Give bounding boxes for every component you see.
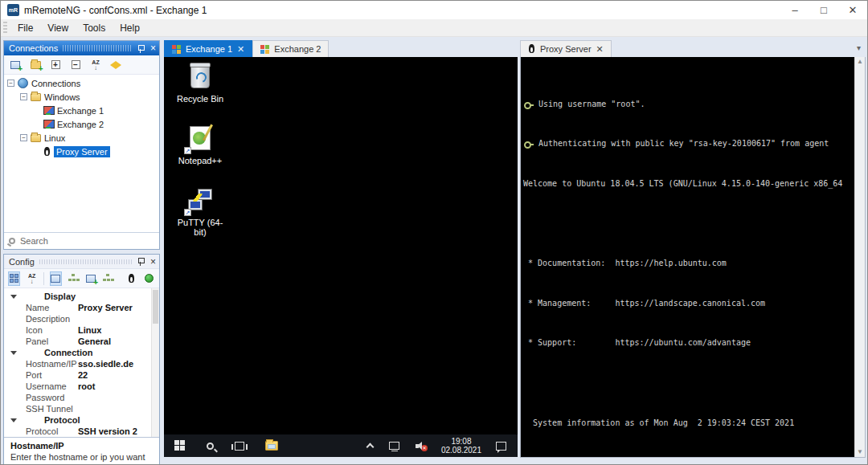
tray-expand-button[interactable] — [359, 434, 381, 457]
tab-exchange-2[interactable]: Exchange 2 — [252, 40, 329, 57]
windows-logo-icon — [260, 45, 269, 54]
tree-item-connections[interactable]: − Connections — [4, 76, 159, 90]
tree-item-linux[interactable]: − Linux — [4, 131, 159, 145]
desktop-icon-label: PuTTY (64-bit) — [172, 218, 228, 237]
penguin-icon — [43, 147, 51, 157]
desktop-icon-putty[interactable]: ↗ PuTTY (64-bit) — [172, 186, 228, 247]
show-properties-icon[interactable] — [50, 271, 62, 286]
clock-date: 02.08.2021 — [441, 446, 481, 455]
property-value[interactable]: sso.siedle.de — [78, 359, 133, 369]
collapse-node-icon[interactable]: − — [20, 134, 27, 141]
property-grid-scrollbar[interactable] — [151, 288, 159, 437]
penguin-icon — [128, 274, 135, 283]
property-value[interactable]: 22 — [78, 370, 88, 380]
property-row[interactable]: Display — [4, 291, 159, 302]
property-row[interactable]: Port 22 — [4, 369, 159, 381]
search-input[interactable] — [20, 236, 156, 246]
scroll-down-icon[interactable]: ▼ — [857, 448, 863, 456]
property-row[interactable]: Username root — [4, 381, 159, 392]
tab-proxy-server[interactable]: Proxy Server ✕ — [520, 40, 612, 57]
tree-item-exchange-2[interactable]: Exchange 2 — [4, 117, 159, 131]
taskbar-search-button[interactable] — [196, 434, 224, 457]
maximize-button[interactable]: □ — [809, 1, 838, 19]
tree-item-proxy-server[interactable]: Proxy Server — [4, 145, 159, 158]
property-label: Protocol — [23, 415, 96, 425]
tab-label: Proxy Server — [540, 44, 592, 54]
pin-icon[interactable] — [137, 257, 145, 266]
close-tab-icon[interactable]: ✕ — [596, 45, 604, 54]
collapse-glyph: − — [72, 60, 80, 69]
close-panel-icon[interactable]: × — [150, 257, 156, 267]
scroll-up-icon[interactable]: ▲ — [857, 58, 863, 66]
property-label: Hostname/IP — [4, 359, 78, 369]
property-row[interactable]: Name Proxy Server — [4, 302, 159, 313]
property-row[interactable]: Hostname/IP sso.siedle.de — [4, 358, 159, 369]
config-panel-header[interactable]: Config × — [4, 255, 159, 269]
sort-alpha-icon[interactable]: AZ — [26, 271, 38, 286]
property-row[interactable]: Protocol — [4, 414, 159, 426]
network-tray-button[interactable] — [381, 434, 407, 457]
terminal-line-text: Using username "root". — [534, 100, 645, 109]
close-tab-icon[interactable]: ✕ — [237, 45, 244, 54]
connections-toolbar: + − AZ — [4, 55, 159, 75]
property-value[interactable]: General — [78, 337, 111, 346]
property-value[interactable]: Proxy Server — [78, 303, 133, 312]
property-value[interactable]: root — [78, 381, 95, 391]
tree-item-exchange-1[interactable]: Exchange 1 — [4, 104, 159, 117]
ssh-terminal[interactable]: Using username "root". Authenticating wi… — [521, 57, 854, 457]
property-row[interactable]: SSH Tunnel — [4, 403, 159, 414]
collapse-node-icon[interactable]: − — [20, 93, 27, 100]
close-panel-icon[interactable]: × — [150, 43, 156, 53]
terminal-scrollbar[interactable]: ▲ ▼ — [854, 57, 865, 457]
start-button[interactable] — [164, 434, 196, 457]
favorites-star-icon[interactable] — [108, 58, 123, 72]
show-default-inheritance-icon[interactable] — [103, 271, 115, 286]
new-folder-icon[interactable] — [28, 58, 43, 72]
action-center-button[interactable] — [488, 434, 518, 457]
property-row[interactable]: Connection — [4, 347, 159, 358]
close-button[interactable]: ✕ — [838, 1, 867, 19]
volume-tray-button[interactable]: ✕ — [407, 434, 435, 457]
tab-label: Exchange 1 — [186, 44, 232, 54]
menu-view[interactable]: View — [40, 19, 76, 37]
menu-help[interactable]: Help — [113, 19, 147, 37]
tab-list-dropdown-icon[interactable]: ▾ — [857, 43, 861, 52]
property-row[interactable]: Icon Linux — [4, 324, 159, 336]
property-row[interactable]: Panel General — [4, 336, 159, 347]
connection-status-icon[interactable] — [143, 271, 155, 286]
desktop-icon-recycle-bin[interactable]: Recycle Bin — [172, 62, 228, 124]
connection-icon-selector[interactable] — [125, 271, 137, 286]
collapse-all-icon[interactable]: − — [68, 58, 83, 72]
property-row[interactable]: Password — [4, 392, 159, 403]
pin-icon[interactable] — [137, 44, 145, 53]
expand-all-icon[interactable]: + — [48, 58, 63, 72]
taskbar-clock[interactable]: 19:08 02.08.2021 — [435, 434, 488, 457]
file-explorer-button[interactable] — [255, 434, 289, 457]
property-row[interactable]: Description — [4, 313, 159, 324]
desktop-icon-notepadpp[interactable]: ↗ Notepad++ — [172, 124, 228, 186]
task-view-button[interactable] — [224, 434, 255, 457]
tree-item-windows[interactable]: − Windows — [4, 90, 159, 104]
show-default-properties-icon[interactable] — [85, 271, 97, 286]
terminal-line: System information as of Mon Aug 2 19:03… — [523, 418, 854, 428]
show-inheritance-icon[interactable] — [68, 271, 80, 286]
property-value[interactable]: Linux — [78, 325, 101, 335]
property-value[interactable]: SSH version 2 — [78, 426, 137, 436]
collapse-node-icon[interactable]: − — [7, 80, 14, 87]
tab-exchange-1[interactable]: Exchange 1 ✕ — [164, 40, 252, 57]
sort-az-icon[interactable]: AZ — [88, 58, 103, 72]
rdp-desktop[interactable]: Recycle Bin ↗ Notepad++ ↗ — [164, 57, 518, 457]
menu-file[interactable]: File — [10, 19, 40, 37]
new-connection-icon[interactable] — [8, 58, 23, 72]
terminal-line: * Management: https://landscape.canonica… — [523, 299, 854, 308]
minimize-button[interactable]: – — [780, 1, 809, 19]
connections-panel: Connections × + − AZ − — [3, 40, 160, 250]
property-row[interactable]: Protocol SSH version 2 — [4, 426, 159, 437]
menu-tools[interactable]: Tools — [76, 19, 113, 37]
terminal-line — [523, 378, 854, 388]
chevron-down-icon — [10, 351, 17, 355]
categorized-view-icon[interactable] — [8, 271, 20, 286]
tree-item-label: Linux — [44, 133, 65, 143]
network-icon — [389, 442, 399, 450]
connections-panel-header[interactable]: Connections × — [4, 41, 159, 55]
